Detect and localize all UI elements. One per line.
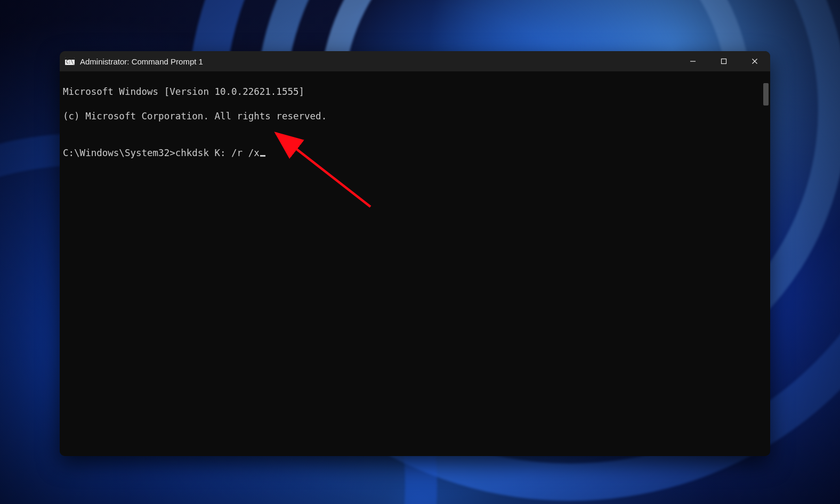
terminal-line: (c) Microsoft Corporation. All rights re…	[63, 110, 767, 123]
command-prompt-window: Administrator: Command Prompt 1	[60, 51, 770, 456]
titlebar[interactable]: Administrator: Command Prompt 1	[60, 51, 770, 71]
close-icon	[752, 58, 758, 64]
terminal-prompt: C:\Windows\System32>	[63, 148, 175, 158]
terminal-line: Microsoft Windows [Version 10.0.22621.15…	[63, 86, 767, 98]
terminal-output[interactable]: Microsoft Windows [Version 10.0.22621.15…	[60, 71, 770, 456]
terminal-cursor	[260, 155, 265, 157]
svg-rect-1	[722, 59, 726, 64]
svg-rect-0	[690, 61, 696, 62]
maximize-button[interactable]	[708, 51, 739, 71]
cmd-icon	[65, 58, 75, 65]
terminal-prompt-line: C:\Windows\System32>chkdsk K: /r /x	[63, 147, 767, 159]
terminal-command: chkdsk K: /r /x	[175, 148, 260, 158]
maximize-icon	[721, 58, 727, 64]
minimize-button[interactable]	[677, 51, 708, 71]
scrollbar-thumb[interactable]	[763, 83, 769, 105]
window-controls	[677, 51, 770, 71]
minimize-icon	[690, 58, 696, 64]
window-title: Administrator: Command Prompt 1	[80, 57, 203, 66]
desktop-wallpaper: Administrator: Command Prompt 1	[0, 0, 840, 504]
close-button[interactable]	[739, 51, 770, 71]
